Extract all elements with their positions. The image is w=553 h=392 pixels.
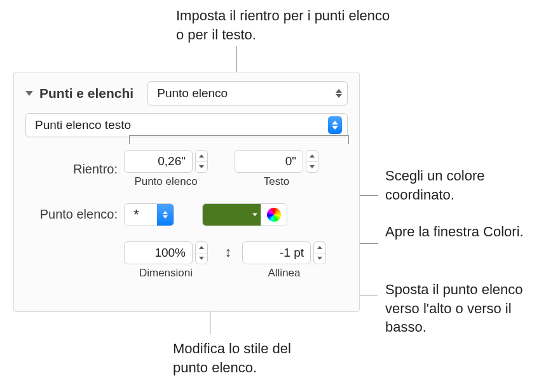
vertical-align-icon: ↕ bbox=[219, 244, 237, 260]
color-swatch-dropdown[interactable] bbox=[203, 204, 261, 226]
callout-color-swatch: Scegli un colore coordinato. bbox=[385, 166, 538, 204]
text-indent-sublabel: Testo bbox=[235, 175, 318, 188]
bullet-indent-stepper[interactable] bbox=[195, 150, 208, 173]
stepper-up-icon bbox=[199, 154, 204, 158]
text-indent-input[interactable] bbox=[235, 150, 303, 173]
indent-label: Rientro: bbox=[25, 162, 124, 177]
callout-color-wheel: Apre la finestra Colori. bbox=[385, 222, 538, 241]
stepper-down-icon bbox=[199, 257, 204, 260]
stepper-down-icon bbox=[199, 165, 204, 168]
chevron-updown-icon bbox=[336, 89, 342, 98]
size-sublabel: Dimensioni bbox=[124, 267, 208, 280]
bullet-character-row: Punto elenco: * bbox=[25, 203, 348, 226]
list-style-value: Punti elenco testo bbox=[35, 118, 131, 132]
callout-size: Modifica lo stile del punto elenco. bbox=[173, 339, 319, 377]
stepper-up-icon bbox=[199, 246, 204, 249]
list-style-dropdown[interactable]: Punti elenco testo bbox=[25, 113, 348, 137]
indent-bracket bbox=[129, 135, 349, 144]
callout-indent: Imposta il rientro per i punti elenco o … bbox=[176, 6, 399, 44]
text-indent-group: Testo bbox=[235, 150, 318, 188]
chevron-updown-icon bbox=[328, 116, 342, 134]
bullet-indent-sublabel: Punto elenco bbox=[124, 175, 208, 188]
disclosure-triangle-icon[interactable] bbox=[25, 91, 33, 96]
color-wheel-icon bbox=[267, 208, 281, 222]
align-stepper[interactable] bbox=[313, 241, 326, 264]
stepper-down-icon bbox=[310, 165, 315, 168]
bullets-lists-panel: Punti e elenchi Punto elenco Punti elenc… bbox=[13, 72, 360, 312]
align-input[interactable] bbox=[242, 241, 311, 264]
bullet-indent-input[interactable] bbox=[124, 150, 193, 173]
section-header: Punti e elenchi Punto elenco bbox=[25, 81, 348, 105]
bullet-label: Punto elenco: bbox=[25, 203, 124, 222]
stepper-up-icon bbox=[310, 154, 315, 158]
align-group: Allinea bbox=[242, 241, 326, 280]
stepper-up-icon bbox=[317, 246, 322, 249]
size-input[interactable] bbox=[124, 241, 193, 264]
indent-row: Rientro: Punto elenco Testo bbox=[25, 150, 348, 188]
bullet-char-value: * bbox=[125, 204, 157, 226]
bullet-color-control bbox=[202, 203, 287, 226]
list-type-value: Punto elenco bbox=[157, 86, 228, 100]
size-stepper[interactable] bbox=[195, 241, 208, 264]
chevron-updown-icon bbox=[157, 204, 174, 226]
list-type-dropdown[interactable]: Punto elenco bbox=[147, 81, 348, 105]
text-indent-stepper[interactable] bbox=[306, 150, 318, 173]
align-sublabel: Allinea bbox=[242, 267, 326, 280]
size-align-row: Dimensioni ↕ Allinea bbox=[25, 241, 348, 280]
color-wheel-button[interactable] bbox=[261, 204, 287, 226]
stepper-down-icon bbox=[317, 257, 322, 260]
bullet-char-dropdown[interactable]: * bbox=[124, 203, 174, 226]
bullet-indent-group: Punto elenco bbox=[124, 150, 208, 188]
callout-align: Sposta il punto elenco verso l'alto o ve… bbox=[385, 280, 538, 337]
chevron-down-icon bbox=[252, 213, 257, 217]
section-title: Punti e elenchi bbox=[39, 86, 133, 101]
size-group: Dimensioni bbox=[124, 241, 208, 280]
